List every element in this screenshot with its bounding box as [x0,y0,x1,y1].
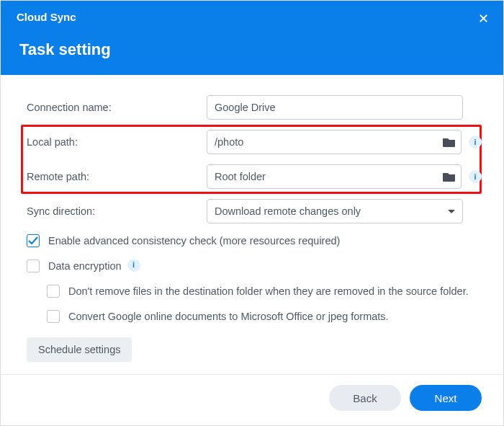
label-connection-name: Connection name: [27,102,207,113]
folder-icon[interactable] [443,137,456,147]
checkbox-row-convert: Convert Google online documents to Micro… [47,309,482,324]
checkbox-dont-remove[interactable] [47,285,60,298]
back-button[interactable]: Back [329,385,401,411]
checkbox-label: Don't remove files in the destination fo… [68,284,469,299]
remote-path-input[interactable] [207,164,462,189]
row-remote-path: Remote path: i [27,164,482,189]
checkbox-consistency[interactable] [27,234,40,247]
page-title: Task setting [19,40,487,59]
dialog: Cloud Sync Task setting ✕ Connection nam… [0,0,504,426]
checkbox-label: Convert Google online documents to Micro… [68,309,389,324]
checkbox-convert[interactable] [47,310,60,323]
schedule-settings-button[interactable]: Schedule settings [27,337,132,362]
sync-direction-value: Download remote changes only [215,205,361,217]
header: Cloud Sync Task setting ✕ [1,1,503,75]
checkbox-label: Data encryption [48,259,122,274]
label-sync-direction: Sync direction: [27,205,207,217]
close-icon[interactable]: ✕ [478,11,489,27]
footer: Back Next [1,374,503,425]
info-icon[interactable]: i [469,136,482,148]
body: Connection name: Local path: i [1,75,503,374]
checkbox-row-consistency: Enable advanced consistency check (more … [27,234,482,249]
folder-icon[interactable] [443,172,456,182]
connection-name-input[interactable] [207,95,463,120]
row-connection-name: Connection name: [27,95,482,120]
label-local-path: Local path: [27,136,207,148]
label-remote-path: Remote path: [27,171,207,182]
row-local-path: Local path: i [27,130,482,154]
checkbox-row-encryption: Data encryption i [27,259,482,274]
checkbox-encryption[interactable] [27,259,40,272]
info-icon[interactable]: i [127,259,140,272]
row-sync-direction: Sync direction: Download remote changes … [27,199,482,223]
sync-direction-select[interactable]: Download remote changes only [207,199,463,223]
next-button[interactable]: Next [410,385,482,411]
checkbox-label: Enable advanced consistency check (more … [48,234,340,249]
local-path-input[interactable] [207,130,462,154]
app-title: Cloud Sync [17,11,487,23]
checkbox-row-dont-remove: Don't remove files in the destination fo… [47,284,482,299]
info-icon[interactable]: i [469,170,482,183]
